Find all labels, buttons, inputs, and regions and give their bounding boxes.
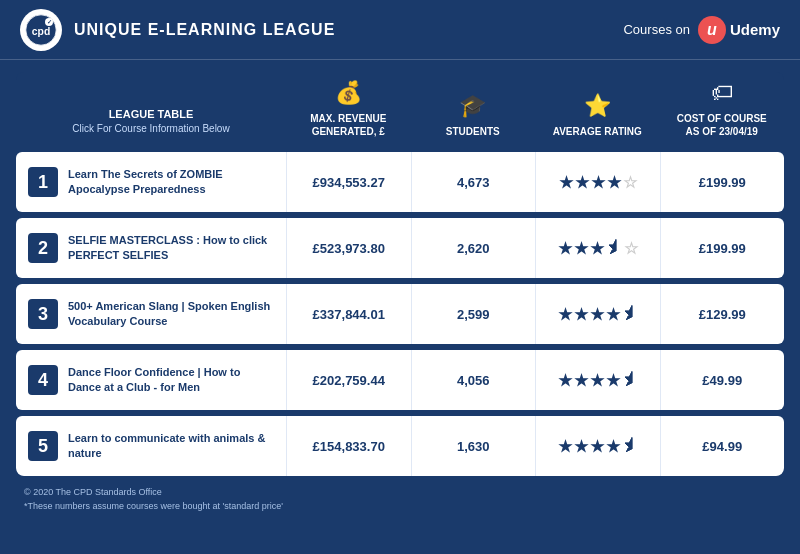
footer: © 2020 The CPD Standards Office *These n… xyxy=(16,486,784,513)
row-title: Learn The Secrets of ZOMBIE Apocalypse P… xyxy=(68,167,274,198)
cpd-logo: cpd ✓ xyxy=(20,9,62,51)
star-full: ★ xyxy=(574,305,588,324)
stars: ★★★★⯨ xyxy=(558,437,638,456)
row-revenue: £523,973.80 xyxy=(286,218,411,278)
udemy-logo: u Udemy xyxy=(698,16,780,44)
star-half: ⯨ xyxy=(622,437,638,456)
row-number: 3 xyxy=(28,299,58,329)
col-header-cost: 🏷 COST OF COURSEas of 23/04/19 xyxy=(660,72,785,144)
row-cost: £129.99 xyxy=(660,284,785,344)
stars: ★★★★⯨ xyxy=(558,371,638,390)
star-full: ★ xyxy=(606,305,620,324)
row-number: 2 xyxy=(28,233,58,263)
row-title: Learn to communicate with animals & natu… xyxy=(68,431,274,462)
star-full: ★ xyxy=(590,371,604,390)
row-rating: ★★★⯨☆ xyxy=(535,218,660,278)
row-left: 1 Learn The Secrets of ZOMBIE Apocalypse… xyxy=(16,152,286,212)
row-students: 1,630 xyxy=(411,416,536,476)
col-label-revenue: MAX. REVENUEGENERATED, £ xyxy=(310,112,386,138)
header-title: UNIQUE E-LEARNING LEAGUE xyxy=(74,21,335,39)
row-title: SELFIE MASTERCLASS : How to click PERFEC… xyxy=(68,233,274,264)
table-title: LEAGUE TABLE xyxy=(109,108,194,120)
stars: ★★★★⯨ xyxy=(558,305,638,324)
main-content: LEAGUE TABLE Click For Course Informatio… xyxy=(0,60,800,521)
row-revenue: £202,759.44 xyxy=(286,350,411,410)
league-table: LEAGUE TABLE Click For Course Informatio… xyxy=(16,72,784,476)
col-label-cost: COST OF COURSEas of 23/04/19 xyxy=(677,112,767,138)
col-header-rating: ⭐ AVERAGE RATING xyxy=(535,85,660,144)
table-row[interactable]: 5 Learn to communicate with animals & na… xyxy=(16,416,784,476)
udemy-label: Udemy xyxy=(730,21,780,38)
star-empty: ☆ xyxy=(623,173,637,192)
row-left: 4 Dance Floor Confidence | How to Dance … xyxy=(16,350,286,410)
column-headers: LEAGUE TABLE Click For Course Informatio… xyxy=(16,72,784,144)
row-revenue: £934,553.27 xyxy=(286,152,411,212)
rating-icon: ⭐ xyxy=(584,93,611,119)
row-rating: ★★★★⯨ xyxy=(535,416,660,476)
footer-line1: © 2020 The CPD Standards Office xyxy=(24,486,776,500)
star-full: ★ xyxy=(574,437,588,456)
svg-text:cpd: cpd xyxy=(32,25,50,36)
row-students: 4,056 xyxy=(411,350,536,410)
row-cost: £94.99 xyxy=(660,416,785,476)
col-header-revenue: 💰 MAX. REVENUEGENERATED, £ xyxy=(286,72,411,144)
table-rows: 1 Learn The Secrets of ZOMBIE Apocalypse… xyxy=(16,152,784,476)
star-full: ★ xyxy=(558,305,572,324)
star-half: ⯨ xyxy=(622,305,638,324)
left-header: LEAGUE TABLE Click For Course Informatio… xyxy=(16,98,286,144)
row-students: 4,673 xyxy=(411,152,536,212)
row-title: 500+ American Slang | Spoken English Voc… xyxy=(68,299,274,330)
row-number: 1 xyxy=(28,167,58,197)
table-row[interactable]: 3 500+ American Slang | Spoken English V… xyxy=(16,284,784,344)
star-full: ★ xyxy=(590,239,604,258)
row-students: 2,599 xyxy=(411,284,536,344)
row-rating: ★★★★⯨ xyxy=(535,350,660,410)
row-students: 2,620 xyxy=(411,218,536,278)
table-row[interactable]: 4 Dance Floor Confidence | How to Dance … xyxy=(16,350,784,410)
star-full: ★ xyxy=(574,239,588,258)
header: cpd ✓ UNIQUE E-LEARNING LEAGUE Courses o… xyxy=(0,0,800,60)
courses-on-label: Courses on xyxy=(623,22,689,37)
col-header-students: 🎓 STUDENTS xyxy=(411,85,536,144)
row-cost: £49.99 xyxy=(660,350,785,410)
revenue-icon: 💰 xyxy=(335,80,362,106)
star-full: ★ xyxy=(559,173,573,192)
star-full: ★ xyxy=(558,371,572,390)
row-number: 5 xyxy=(28,431,58,461)
row-left: 3 500+ American Slang | Spoken English V… xyxy=(16,284,286,344)
header-right: Courses on u Udemy xyxy=(623,16,780,44)
stars: ★★★★☆ xyxy=(559,173,637,192)
row-rating: ★★★★☆ xyxy=(535,152,660,212)
star-full: ★ xyxy=(606,371,620,390)
star-full: ★ xyxy=(607,173,621,192)
svg-text:✓: ✓ xyxy=(47,19,52,25)
col-label-students: STUDENTS xyxy=(446,125,500,138)
star-half: ⯨ xyxy=(622,371,638,390)
star-full: ★ xyxy=(558,239,572,258)
row-revenue: £154,833.70 xyxy=(286,416,411,476)
row-cost: £199.99 xyxy=(660,218,785,278)
row-left: 2 SELFIE MASTERCLASS : How to click PERF… xyxy=(16,218,286,278)
row-revenue: £337,844.01 xyxy=(286,284,411,344)
star-empty: ☆ xyxy=(624,239,638,258)
table-subtitle: Click For Course Information Below xyxy=(72,123,229,134)
star-full: ★ xyxy=(590,437,604,456)
star-full: ★ xyxy=(558,437,572,456)
table-row[interactable]: 1 Learn The Secrets of ZOMBIE Apocalypse… xyxy=(16,152,784,212)
col-label-rating: AVERAGE RATING xyxy=(553,125,642,138)
stars: ★★★⯨☆ xyxy=(558,239,638,258)
star-full: ★ xyxy=(590,305,604,324)
table-row[interactable]: 2 SELFIE MASTERCLASS : How to click PERF… xyxy=(16,218,784,278)
star-full: ★ xyxy=(606,437,620,456)
row-left: 5 Learn to communicate with animals & na… xyxy=(16,416,286,476)
star-full: ★ xyxy=(574,371,588,390)
star-full: ★ xyxy=(591,173,605,192)
row-cost: £199.99 xyxy=(660,152,785,212)
star-half: ⯨ xyxy=(606,239,622,258)
row-rating: ★★★★⯨ xyxy=(535,284,660,344)
header-left: cpd ✓ UNIQUE E-LEARNING LEAGUE xyxy=(20,9,335,51)
row-number: 4 xyxy=(28,365,58,395)
cost-icon: 🏷 xyxy=(711,80,733,106)
star-full: ★ xyxy=(575,173,589,192)
footer-line2: *These numbers assume courses were bough… xyxy=(24,500,776,514)
